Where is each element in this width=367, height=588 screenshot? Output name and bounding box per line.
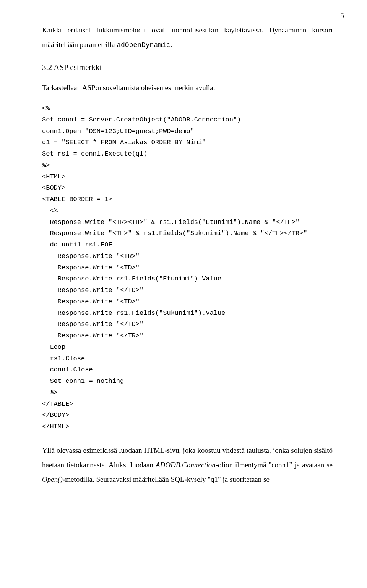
paragraph-3-text-c: -metodilla. Seuraavaksi määritellään SQL… — [63, 475, 270, 483]
asp-code-block: <% Set conn1 = Server.CreateObject("ADOD… — [42, 103, 333, 432]
italic-adodb-connection: ADODB.Connection — [156, 461, 216, 469]
paragraph-1-text-b: . — [171, 40, 172, 49]
paragraph-3-text-b: -olion ilmentymä "conn1" ja avataan se — [216, 461, 333, 469]
paragraph-2: Tarkastellaan ASP:n soveltamista oheisen… — [42, 81, 333, 95]
section-heading: 3.2 ASP esimerkki — [42, 63, 333, 72]
paragraph-3: Yllä olevassa esimerkissä luodaan HTML-s… — [42, 443, 333, 487]
italic-open-method: Open() — [42, 475, 63, 483]
paragraph-1-text-a: Kaikki erilaiset liikkumismetodit ovat l… — [42, 26, 333, 49]
inline-code-adopendynamic: adOpenDynamic — [117, 41, 170, 49]
page-number: 5 — [341, 11, 344, 20]
document-page: 5 Kaikki erilaiset liikkumismetodit ovat… — [0, 0, 367, 517]
paragraph-1: Kaikki erilaiset liikkumismetodit ovat l… — [42, 23, 333, 52]
